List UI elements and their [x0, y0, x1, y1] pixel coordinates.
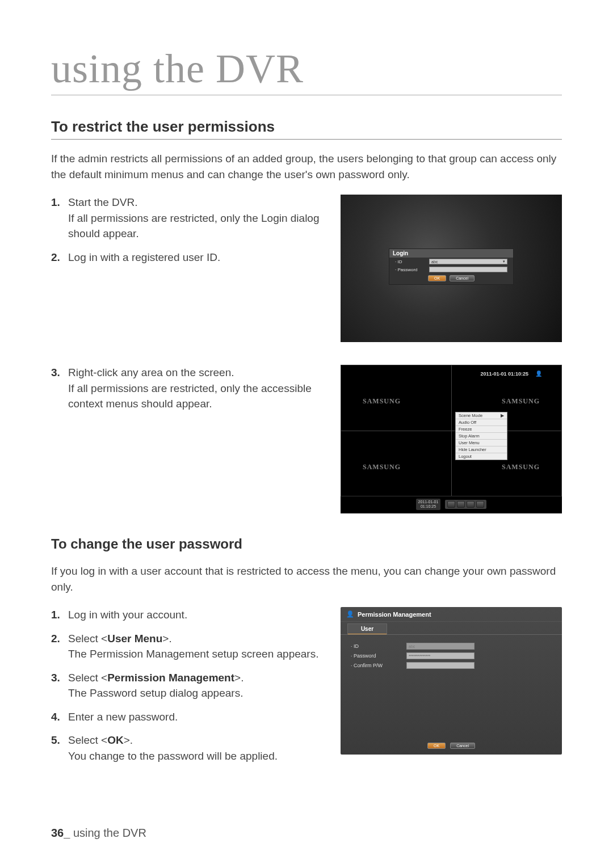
password-field[interactable]: **************	[406, 652, 475, 659]
cancel-button[interactable]: Cancel	[450, 743, 475, 749]
ok-button[interactable]: OK	[428, 275, 446, 281]
user-icon: 👤	[535, 370, 541, 376]
menu-item-audio-off[interactable]: Audio Off	[456, 419, 507, 426]
brand-logo: SAMSUNG	[363, 463, 401, 471]
password-field[interactable]	[429, 267, 507, 272]
step-number: 1.	[51, 607, 64, 623]
list-item: 3. Right-click any area on the screen. I…	[51, 365, 329, 412]
list-item: 1. Start the DVR. If all permissions are…	[51, 195, 329, 242]
ui-reference: Permission Management	[107, 672, 234, 684]
brand-logo: SAMSUNG	[502, 463, 540, 471]
section1-title: To restrict the user permissions	[51, 118, 562, 140]
list-item: 2. Log in with a registered user ID.	[51, 250, 329, 266]
menu-item-stop-alarm[interactable]: Stop Alarm	[456, 433, 507, 440]
list-item: 4. Enter a new password.	[51, 709, 329, 725]
id-dropdown[interactable]: abc ▾	[429, 259, 507, 264]
chevron-down-icon: ▾	[503, 259, 505, 264]
footer-label: using the DVR	[70, 827, 146, 839]
figure-permission-management: 👤 Permission Management User · ID abc · …	[341, 607, 562, 755]
section1-intro: If the admin restricts all permissions o…	[51, 151, 562, 182]
list-item: 3. Select <Permission Management>. The P…	[51, 670, 329, 701]
dialog-title: Permission Management	[358, 611, 431, 618]
login-dialog-title: Login	[389, 249, 513, 258]
menu-item-freeze[interactable]: Freeze	[456, 426, 507, 433]
chevron-right-icon: ▶	[501, 413, 504, 418]
step-text: Select <	[68, 633, 107, 644]
menu-item-logout[interactable]: Logout	[456, 453, 507, 460]
step-text: You change to the password will be appli…	[68, 750, 278, 762]
ui-reference: OK	[107, 734, 124, 746]
step-text: Select <	[68, 672, 107, 684]
step-number: 2.	[51, 250, 64, 266]
launcher-button-icon[interactable]	[457, 501, 465, 508]
menu-item-label: Scene Mode	[459, 413, 482, 418]
user-icon: 👤	[346, 610, 354, 618]
step-text: The Permission Management setup screen a…	[68, 648, 318, 660]
step-number: 3.	[51, 365, 64, 412]
launcher-bar: 2011-01-01 01:10:25	[341, 498, 562, 511]
step-number: 4.	[51, 709, 64, 725]
step-number: 5.	[51, 732, 64, 764]
password-label: · Password	[351, 653, 396, 659]
menu-item-scene-mode[interactable]: Scene Mode ▶	[456, 412, 507, 419]
menu-item-user-menu[interactable]: User Menu	[456, 440, 507, 446]
step-number: 1.	[51, 195, 64, 242]
ui-reference: User Menu	[107, 633, 162, 644]
launcher-button-icon[interactable]	[447, 501, 455, 508]
id-label: · ID	[351, 643, 396, 649]
brand-logo: SAMSUNG	[363, 397, 401, 406]
login-dialog: Login · ID abc ▾ · Password	[389, 248, 514, 285]
launcher-timestamp: 2011-01-01 01:10:25	[416, 499, 441, 509]
ok-button[interactable]: OK	[427, 743, 446, 749]
confirm-password-label: · Confirm P/W	[351, 663, 396, 668]
step-text: Log in with your account.	[68, 607, 329, 623]
confirm-password-field[interactable]	[406, 662, 475, 669]
step-text: >.	[234, 672, 243, 684]
brand-logo: SAMSUNG	[502, 397, 540, 406]
step-text: If all permissions are restricted, only …	[68, 212, 320, 240]
step-text: If all permissions are restricted, only …	[68, 382, 312, 410]
id-value: abc	[431, 260, 438, 264]
cancel-button[interactable]: Cancel	[450, 275, 475, 281]
password-label: · Password	[395, 267, 425, 272]
step-number: 3.	[51, 670, 64, 701]
id-label: · ID	[395, 259, 425, 264]
timestamp: 2011-01-01 01:10:25	[480, 371, 528, 377]
page-footer: 36_ using the DVR	[51, 827, 146, 840]
context-menu: Scene Mode ▶ Audio Off Freeze Stop Alarm…	[455, 412, 507, 460]
launcher-button-icon[interactable]	[476, 501, 484, 508]
step-text: >.	[124, 734, 133, 746]
chapter-title: using the DVR	[51, 45, 562, 95]
figure-context-menu-screen: SAMSUNG SAMSUNG SAMSUNG SAMSUNG 2011-01-…	[341, 365, 562, 513]
id-field: abc	[406, 643, 475, 650]
step-text: Start the DVR.	[68, 196, 138, 208]
step-text: Select <	[68, 734, 107, 746]
list-item: 1. Log in with your account.	[51, 607, 329, 623]
section2-intro: If you log in with a user account that i…	[51, 563, 562, 595]
menu-item-hide-launcher[interactable]: Hide Launcher	[456, 446, 507, 453]
step-text: The Password setup dialog appears.	[68, 687, 243, 699]
step-text: Log in with a registered user ID.	[68, 250, 329, 266]
launcher-button-icon[interactable]	[467, 501, 475, 508]
figure-login-screen: Login · ID abc ▾ · Password	[341, 195, 562, 342]
step-text: Right-click any area on the screen.	[68, 366, 234, 378]
step-text: Enter a new password.	[68, 709, 329, 725]
step-text: >.	[162, 633, 171, 644]
tab-user[interactable]: User	[347, 623, 387, 635]
page-number: 36_	[51, 827, 70, 839]
list-item: 2. Select <User Menu>. The Permission Ma…	[51, 631, 329, 662]
list-item: 5. Select <OK>. You change to the passwo…	[51, 732, 329, 764]
step-number: 2.	[51, 631, 64, 662]
section2-title: To change the user password	[51, 536, 562, 552]
